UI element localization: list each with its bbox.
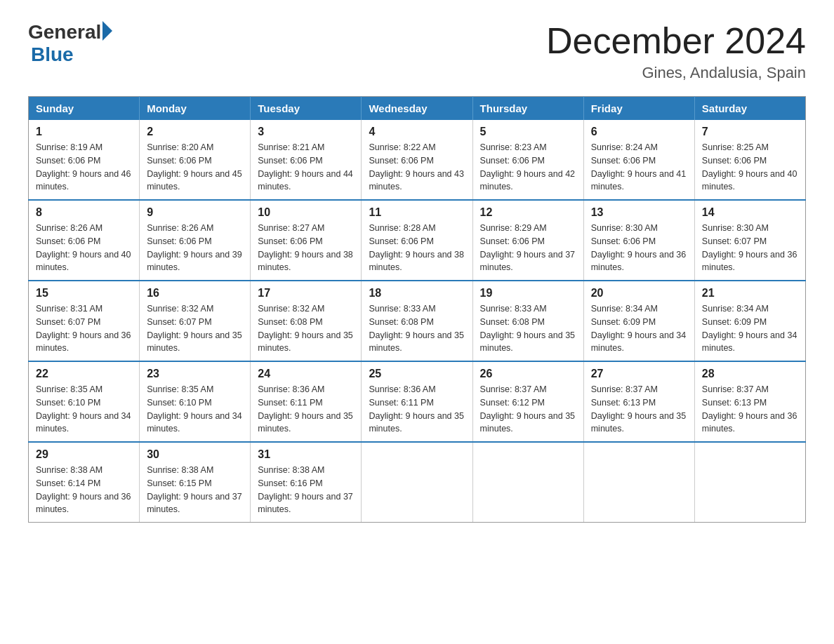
day-info: Sunrise: 8:36 AMSunset: 6:11 PMDaylight:…: [258, 383, 354, 436]
header-cell-wednesday: Wednesday: [362, 97, 472, 121]
day-number: 16: [147, 287, 243, 300]
table-row: 23 Sunrise: 8:35 AMSunset: 6:10 PMDaylig…: [140, 361, 251, 442]
table-row: 2 Sunrise: 8:20 AMSunset: 6:06 PMDayligh…: [140, 120, 251, 200]
day-info: Sunrise: 8:38 AMSunset: 6:14 PMDaylight:…: [36, 464, 132, 516]
calendar-week-5: 29 Sunrise: 8:38 AMSunset: 6:14 PMDaylig…: [29, 442, 806, 523]
title-block: December 2024 Gines, Andalusia, Spain: [546, 21, 806, 82]
day-number: 27: [591, 368, 687, 380]
table-row: 21 Sunrise: 8:34 AMSunset: 6:09 PMDaylig…: [694, 281, 805, 361]
day-info: Sunrise: 8:32 AMSunset: 6:07 PMDaylight:…: [147, 302, 243, 355]
day-number: 2: [147, 126, 243, 138]
day-info: Sunrise: 8:37 AMSunset: 6:13 PMDaylight:…: [702, 383, 798, 436]
logo: General Blue: [28, 21, 112, 66]
logo-arrow-icon: [102, 21, 112, 41]
table-row: 31 Sunrise: 8:38 AMSunset: 6:16 PMDaylig…: [251, 442, 362, 523]
day-info: Sunrise: 8:32 AMSunset: 6:08 PMDaylight:…: [258, 302, 354, 355]
logo-general-text: General: [28, 21, 101, 43]
header-cell-saturday: Saturday: [694, 97, 805, 121]
table-row: 1 Sunrise: 8:19 AMSunset: 6:06 PMDayligh…: [29, 120, 140, 200]
header-cell-monday: Monday: [140, 97, 251, 121]
table-row: 4 Sunrise: 8:22 AMSunset: 6:06 PMDayligh…: [362, 120, 472, 200]
day-info: Sunrise: 8:38 AMSunset: 6:16 PMDaylight:…: [258, 464, 354, 516]
day-info: Sunrise: 8:35 AMSunset: 6:10 PMDaylight:…: [147, 383, 243, 436]
day-number: 25: [369, 368, 465, 380]
day-info: Sunrise: 8:30 AMSunset: 6:07 PMDaylight:…: [702, 222, 798, 274]
day-info: Sunrise: 8:34 AMSunset: 6:09 PMDaylight:…: [591, 302, 687, 355]
day-number: 5: [480, 126, 576, 138]
table-row: 6 Sunrise: 8:24 AMSunset: 6:06 PMDayligh…: [583, 120, 694, 200]
table-row: 16 Sunrise: 8:32 AMSunset: 6:07 PMDaylig…: [140, 281, 251, 361]
table-row: 14 Sunrise: 8:30 AMSunset: 6:07 PMDaylig…: [694, 200, 805, 281]
day-info: Sunrise: 8:33 AMSunset: 6:08 PMDaylight:…: [480, 302, 576, 355]
table-row: 26 Sunrise: 8:37 AMSunset: 6:12 PMDaylig…: [472, 361, 583, 442]
table-row: 10 Sunrise: 8:27 AMSunset: 6:06 PMDaylig…: [251, 200, 362, 281]
day-number: 17: [258, 287, 354, 300]
day-number: 24: [258, 368, 354, 380]
day-number: 6: [591, 126, 687, 138]
day-info: Sunrise: 8:37 AMSunset: 6:13 PMDaylight:…: [591, 383, 687, 436]
day-number: 3: [258, 126, 354, 138]
day-number: 23: [147, 368, 243, 380]
day-info: Sunrise: 8:38 AMSunset: 6:15 PMDaylight:…: [147, 464, 243, 516]
day-info: Sunrise: 8:34 AMSunset: 6:09 PMDaylight:…: [702, 302, 798, 355]
day-number: 26: [480, 368, 576, 380]
day-info: Sunrise: 8:36 AMSunset: 6:11 PMDaylight:…: [369, 383, 465, 436]
day-number: 7: [702, 126, 798, 138]
day-number: 11: [369, 206, 465, 219]
table-row: 11 Sunrise: 8:28 AMSunset: 6:06 PMDaylig…: [362, 200, 472, 281]
logo-blue-text: Blue: [31, 43, 74, 66]
table-row: 5 Sunrise: 8:23 AMSunset: 6:06 PMDayligh…: [472, 120, 583, 200]
table-row: [472, 442, 583, 523]
day-info: Sunrise: 8:33 AMSunset: 6:08 PMDaylight:…: [369, 302, 465, 355]
table-row: [583, 442, 694, 523]
month-title: December 2024: [546, 21, 806, 61]
header-cell-thursday: Thursday: [472, 97, 583, 121]
day-info: Sunrise: 8:23 AMSunset: 6:06 PMDaylight:…: [480, 141, 576, 194]
table-row: 3 Sunrise: 8:21 AMSunset: 6:06 PMDayligh…: [251, 120, 362, 200]
day-number: 15: [36, 287, 132, 300]
table-row: 17 Sunrise: 8:32 AMSunset: 6:08 PMDaylig…: [251, 281, 362, 361]
day-info: Sunrise: 8:25 AMSunset: 6:06 PMDaylight:…: [702, 141, 798, 194]
table-row: 7 Sunrise: 8:25 AMSunset: 6:06 PMDayligh…: [694, 120, 805, 200]
table-row: 19 Sunrise: 8:33 AMSunset: 6:08 PMDaylig…: [472, 281, 583, 361]
calendar-table: SundayMondayTuesdayWednesdayThursdayFrid…: [28, 96, 806, 523]
calendar-week-2: 8 Sunrise: 8:26 AMSunset: 6:06 PMDayligh…: [29, 200, 806, 281]
day-number: 29: [36, 448, 132, 461]
day-number: 28: [702, 368, 798, 380]
day-number: 30: [147, 448, 243, 461]
table-row: 13 Sunrise: 8:30 AMSunset: 6:06 PMDaylig…: [583, 200, 694, 281]
table-row: 8 Sunrise: 8:26 AMSunset: 6:06 PMDayligh…: [29, 200, 140, 281]
table-row: 29 Sunrise: 8:38 AMSunset: 6:14 PMDaylig…: [29, 442, 140, 523]
table-row: 20 Sunrise: 8:34 AMSunset: 6:09 PMDaylig…: [583, 281, 694, 361]
table-row: 18 Sunrise: 8:33 AMSunset: 6:08 PMDaylig…: [362, 281, 472, 361]
table-row: 25 Sunrise: 8:36 AMSunset: 6:11 PMDaylig…: [362, 361, 472, 442]
table-row: 15 Sunrise: 8:31 AMSunset: 6:07 PMDaylig…: [29, 281, 140, 361]
day-number: 8: [36, 206, 132, 219]
day-info: Sunrise: 8:37 AMSunset: 6:12 PMDaylight:…: [480, 383, 576, 436]
table-row: 9 Sunrise: 8:26 AMSunset: 6:06 PMDayligh…: [140, 200, 251, 281]
table-row: 30 Sunrise: 8:38 AMSunset: 6:15 PMDaylig…: [140, 442, 251, 523]
calendar-week-4: 22 Sunrise: 8:35 AMSunset: 6:10 PMDaylig…: [29, 361, 806, 442]
day-number: 1: [36, 126, 132, 138]
day-info: Sunrise: 8:27 AMSunset: 6:06 PMDaylight:…: [258, 222, 354, 274]
day-info: Sunrise: 8:24 AMSunset: 6:06 PMDaylight:…: [591, 141, 687, 194]
day-info: Sunrise: 8:19 AMSunset: 6:06 PMDaylight:…: [36, 141, 132, 194]
day-info: Sunrise: 8:35 AMSunset: 6:10 PMDaylight:…: [36, 383, 132, 436]
day-number: 10: [258, 206, 354, 219]
calendar-body: 1 Sunrise: 8:19 AMSunset: 6:06 PMDayligh…: [29, 120, 806, 523]
day-info: Sunrise: 8:21 AMSunset: 6:06 PMDaylight:…: [258, 141, 354, 194]
table-row: 12 Sunrise: 8:29 AMSunset: 6:06 PMDaylig…: [472, 200, 583, 281]
day-number: 18: [369, 287, 465, 300]
calendar-week-3: 15 Sunrise: 8:31 AMSunset: 6:07 PMDaylig…: [29, 281, 806, 361]
day-number: 31: [258, 448, 354, 461]
header-row: SundayMondayTuesdayWednesdayThursdayFrid…: [29, 97, 806, 121]
table-row: 24 Sunrise: 8:36 AMSunset: 6:11 PMDaylig…: [251, 361, 362, 442]
day-info: Sunrise: 8:20 AMSunset: 6:06 PMDaylight:…: [147, 141, 243, 194]
day-info: Sunrise: 8:31 AMSunset: 6:07 PMDaylight:…: [36, 302, 132, 355]
day-number: 4: [369, 126, 465, 138]
day-info: Sunrise: 8:26 AMSunset: 6:06 PMDaylight:…: [36, 222, 132, 274]
day-info: Sunrise: 8:29 AMSunset: 6:06 PMDaylight:…: [480, 222, 576, 274]
location-title: Gines, Andalusia, Spain: [546, 64, 806, 82]
day-number: 14: [702, 206, 798, 219]
table-row: 28 Sunrise: 8:37 AMSunset: 6:13 PMDaylig…: [694, 361, 805, 442]
